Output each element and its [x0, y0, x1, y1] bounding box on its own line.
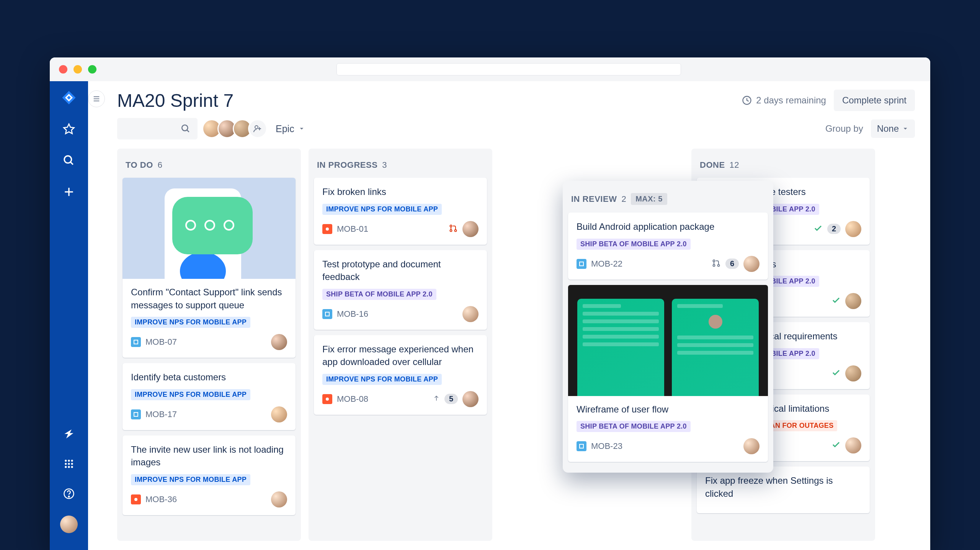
bug-icon: [322, 394, 332, 404]
epic-tag[interactable]: SHIP BETA OF MOBILE APP 2.0: [577, 239, 691, 250]
issue-card[interactable]: Confirm "Contact Support" link sends mes…: [122, 178, 296, 358]
epic-tag[interactable]: IMPROVE NPS FOR MOBILE APP: [131, 389, 250, 400]
task-icon: [131, 409, 141, 419]
add-people-button[interactable]: [248, 119, 267, 138]
card-cover-image: [568, 285, 768, 396]
traffic-lights: [59, 65, 96, 74]
svg-point-29: [450, 225, 452, 227]
assignee-avatar[interactable]: [462, 391, 479, 407]
assignee-avatar[interactable]: [743, 438, 760, 454]
main-content: MA20 Sprint 7 2 days remaining Complete …: [88, 81, 930, 550]
svg-line-21: [187, 130, 189, 132]
board-title: MA20 Sprint 7: [117, 90, 234, 111]
browser-url-bar[interactable]: [336, 63, 681, 75]
app-switcher-icon[interactable]: [61, 456, 77, 472]
assignee-avatar[interactable]: [271, 491, 287, 507]
create-icon[interactable]: [61, 184, 77, 200]
assignee-avatar[interactable]: [271, 406, 287, 422]
assignee-avatar[interactable]: [845, 293, 861, 309]
collapse-sidebar-icon[interactable]: [88, 90, 105, 107]
svg-point-11: [65, 466, 67, 468]
star-icon[interactable]: [61, 121, 77, 137]
assignee-avatar[interactable]: [743, 256, 760, 272]
epic-tag[interactable]: IMPROVE NPS FOR MOBILE APP: [322, 204, 442, 215]
done-check-icon: [831, 296, 841, 306]
svg-point-33: [326, 398, 329, 401]
issue-card[interactable]: Test prototype and document feedback SHI…: [314, 250, 487, 330]
assignee-avatar[interactable]: [845, 365, 861, 381]
task-icon: [322, 309, 332, 319]
priority-icon: [433, 395, 440, 403]
kanban-board: TO DO6 Confirm "Contact Support" link se…: [96, 149, 915, 541]
issue-card[interactable]: Wireframe of user flow SHIP BETA OF MOBI…: [568, 285, 768, 462]
svg-point-36: [713, 260, 715, 262]
app-window: MA20 Sprint 7 2 days remaining Complete …: [50, 57, 930, 550]
help-icon[interactable]: [61, 486, 77, 502]
close-window-icon[interactable]: [59, 65, 67, 74]
epic-tag[interactable]: SHIP BETA OF MOBILE APP 2.0: [322, 289, 436, 300]
column-in-review: IN REVIEW 2 MAX: 5 Build Android applica…: [563, 181, 773, 473]
issue-card[interactable]: The invite new user link is not loading …: [122, 435, 296, 515]
profile-avatar[interactable]: [60, 516, 78, 533]
epic-tag[interactable]: IMPROVE NPS FOR MOBILE APP: [131, 317, 250, 328]
epic-tag[interactable]: IMPROVE NPS FOR MOBILE APP: [322, 374, 442, 385]
search-icon[interactable]: [61, 152, 77, 169]
maximize-window-icon[interactable]: [88, 65, 96, 74]
clock-icon: [742, 95, 752, 106]
svg-rect-32: [325, 312, 329, 316]
subtask-count: 2: [827, 224, 841, 234]
notification-icon[interactable]: [61, 426, 77, 442]
svg-point-15: [69, 496, 70, 497]
assignee-avatar[interactable]: [462, 221, 479, 237]
chevron-down-icon: [298, 125, 305, 132]
jira-logo-icon[interactable]: [61, 90, 77, 106]
board-search-input[interactable]: [117, 118, 198, 139]
done-check-icon: [813, 224, 823, 234]
assignee-avatar[interactable]: [462, 306, 479, 322]
svg-rect-39: [580, 444, 583, 448]
svg-point-5: [65, 460, 67, 462]
svg-rect-35: [580, 262, 583, 266]
minimize-window-icon[interactable]: [74, 65, 82, 74]
epic-filter-dropdown[interactable]: Epic: [276, 123, 305, 134]
pull-request-icon: [712, 259, 721, 269]
epic-tag[interactable]: IMPROVE NPS FOR MOBILE APP: [131, 474, 250, 485]
assignee-avatar[interactable]: [845, 221, 861, 237]
pull-request-icon: [449, 224, 458, 234]
svg-line-2: [70, 162, 73, 165]
issue-card[interactable]: Fix broken links IMPROVE NPS FOR MOBILE …: [314, 178, 487, 245]
issue-card[interactable]: Identify beta customers IMPROVE NPS FOR …: [122, 363, 296, 430]
days-remaining: 2 days remaining: [742, 95, 826, 106]
issue-card[interactable]: Fix app freeze when Settings is clicked: [697, 467, 870, 513]
svg-point-22: [255, 126, 258, 129]
done-check-icon: [831, 440, 841, 451]
board-header: MA20 Sprint 7 2 days remaining Complete …: [96, 81, 915, 118]
assignee-avatar[interactable]: [271, 334, 287, 350]
svg-point-27: [134, 498, 137, 501]
svg-point-28: [326, 228, 329, 231]
svg-point-38: [717, 264, 719, 266]
assignee-avatar[interactable]: [845, 437, 861, 453]
svg-point-13: [71, 466, 73, 468]
svg-point-10: [71, 463, 73, 465]
svg-point-30: [450, 229, 452, 231]
groupby-label: Group by: [825, 123, 863, 134]
column-todo: TO DO6 Confirm "Contact Support" link se…: [117, 149, 301, 541]
wip-limit-badge: MAX: 5: [631, 193, 667, 205]
complete-sprint-button[interactable]: Complete sprint: [834, 90, 915, 111]
svg-point-20: [182, 125, 188, 131]
svg-point-8: [65, 463, 67, 465]
bug-icon: [322, 224, 332, 234]
column-in-progress: IN PROGRESS3 Fix broken links IMPROVE NP…: [309, 149, 492, 541]
svg-point-31: [455, 229, 457, 231]
global-nav: [50, 81, 88, 550]
issue-card[interactable]: Build Android application package SHIP B…: [568, 213, 768, 280]
task-icon: [131, 337, 141, 347]
task-icon: [577, 441, 586, 451]
issue-card[interactable]: Fix error message experienced when app d…: [314, 335, 487, 415]
svg-point-6: [68, 460, 70, 462]
chevron-down-icon: [902, 125, 909, 132]
bug-icon: [131, 494, 141, 504]
groupby-dropdown[interactable]: None: [871, 119, 915, 138]
epic-tag[interactable]: SHIP BETA OF MOBILE APP 2.0: [577, 421, 691, 432]
